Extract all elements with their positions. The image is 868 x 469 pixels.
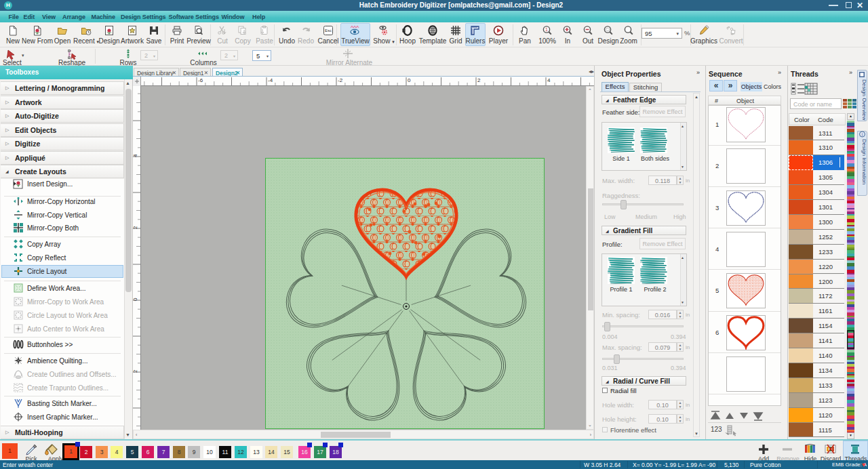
svg-text:0: 0 <box>408 77 411 83</box>
svg-text:i: i <box>862 132 863 137</box>
svg-text:1: 1 <box>545 27 548 32</box>
svg-text:4: 4 <box>133 154 138 157</box>
svg-text:2: 2 <box>133 226 138 229</box>
svg-text:Esc: Esc <box>325 28 332 33</box>
svg-text:Design Overview: Design Overview <box>861 79 867 121</box>
svg-text:2: 2 <box>133 369 138 373</box>
svg-text:4: 4 <box>547 77 551 83</box>
svg-text:2: 2 <box>477 77 481 83</box>
svg-text:0: 0 <box>133 298 138 301</box>
svg-text:-2: -2 <box>338 77 343 83</box>
svg-text:Design Information: Design Information <box>861 139 867 184</box>
svg-text:-4: -4 <box>268 77 273 83</box>
svg-text:-6: -6 <box>198 77 203 83</box>
